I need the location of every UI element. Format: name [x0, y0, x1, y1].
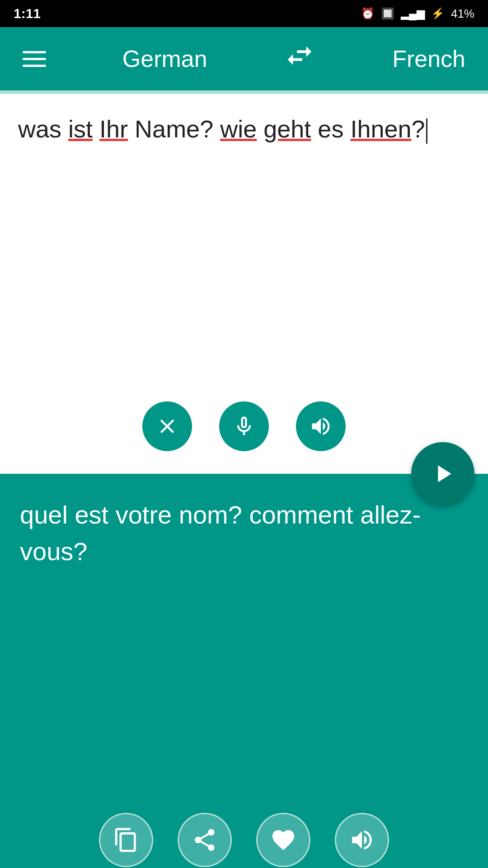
source-language[interactable]: German [122, 45, 207, 72]
battery-percent: 41% [451, 7, 474, 21]
sim-icon: 🔲 [381, 7, 394, 20]
alarm-icon: ⏰ [361, 7, 375, 20]
output-action-bar [20, 813, 468, 868]
clear-icon [155, 415, 179, 438]
word-ist: ist [68, 115, 93, 142]
battery-indicator: 41% [451, 7, 474, 21]
signal-icon: ▂▄▆ [401, 7, 425, 20]
word-wie: wie [220, 115, 257, 142]
target-language[interactable]: French [392, 45, 465, 72]
input-action-bar [18, 401, 470, 460]
text-cursor [426, 118, 427, 144]
swap-icon [284, 40, 315, 78]
input-text[interactable]: was ist Ihr Name? wie geht es Ihnen? [18, 112, 470, 401]
menu-line-1 [23, 51, 46, 53]
charging-icon: ⚡ [431, 7, 445, 20]
word-ihr: Ihr [99, 115, 128, 142]
status-time: 1:11 [14, 6, 41, 21]
menu-line-3 [23, 65, 46, 67]
heart-icon [270, 827, 296, 853]
favorite-button[interactable] [256, 813, 310, 867]
share-icon [192, 827, 218, 853]
send-icon [428, 459, 457, 488]
menu-line-2 [23, 58, 46, 60]
share-button[interactable] [178, 813, 232, 867]
status-icons: ⏰ 🔲 ▂▄▆ ⚡ 41% [361, 7, 474, 21]
output-panel: quel est votre nom? comment allez-vous? [0, 474, 488, 868]
clear-button[interactable] [142, 401, 192, 451]
top-bar: German French [0, 27, 488, 90]
output-speaker-icon [349, 827, 375, 853]
copy-button[interactable] [99, 813, 153, 867]
top-separator [0, 90, 488, 94]
microphone-button[interactable] [219, 401, 269, 451]
speak-source-button[interactable] [296, 401, 346, 451]
speak-output-button[interactable] [335, 813, 389, 867]
microphone-icon [232, 415, 256, 438]
swap-languages-button[interactable] [283, 42, 316, 75]
menu-button[interactable] [23, 51, 46, 67]
word-ihnen: Ihnen [350, 115, 411, 142]
status-bar: 1:11 ⏰ 🔲 ▂▄▆ ⚡ 41% [0, 0, 488, 27]
input-panel: was ist Ihr Name? wie geht es Ihnen? [0, 94, 488, 474]
copy-icon [113, 827, 139, 853]
output-text: quel est votre nom? comment allez-vous? [20, 496, 468, 813]
word-geht: geht [263, 115, 311, 142]
send-button[interactable] [411, 442, 474, 505]
speaker-icon [309, 415, 333, 438]
